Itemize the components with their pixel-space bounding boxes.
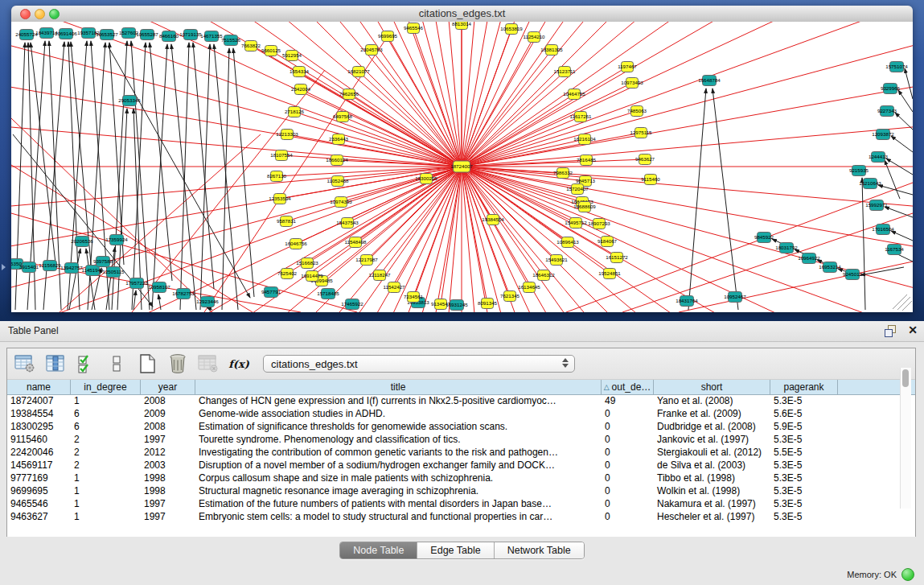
table-cell[interactable]: 1: [71, 511, 141, 524]
table-settings-icon[interactable]: [14, 353, 36, 374]
table-cell[interactable]: 0: [602, 511, 654, 524]
table-cell[interactable]: Nakamura et al. (1997): [654, 498, 770, 511]
column-header-out_de[interactable]: △out_de…: [602, 380, 654, 394]
graph-node[interactable]: 19524851: [598, 269, 621, 279]
graph-node[interactable]: 15166823: [296, 258, 318, 269]
graph-node[interactable]: 20206536: [71, 237, 93, 247]
graph-node[interactable]: 9245012: [843, 270, 863, 280]
table-cell[interactable]: Wolkin et al. (1998): [654, 485, 770, 498]
graph-node[interactable]: 10653527: [96, 30, 118, 40]
graph-node[interactable]: 12505115: [102, 267, 125, 278]
select-columns-icon[interactable]: [44, 353, 67, 374]
table-cell[interactable]: 1: [71, 498, 141, 511]
graph-node[interactable]: 16134645: [518, 282, 540, 293]
table-cell[interactable]: Changes of HCN gene expression and I(f) …: [195, 395, 602, 408]
table-cell[interactable]: 0: [602, 434, 654, 447]
graph-node[interactable]: 15493621: [545, 255, 568, 266]
table-cell[interactable]: 14569117: [7, 459, 71, 472]
table-cell[interactable]: 0: [602, 447, 654, 459]
table-cell[interactable]: Stergiakouli et al. (2012): [654, 447, 770, 459]
graph-node[interactable]: 18646312: [532, 270, 555, 281]
graph-node[interactable]: 1654334: [290, 67, 310, 77]
graph-node[interactable]: 9397588: [93, 257, 113, 267]
table-cell[interactable]: 1998: [141, 485, 195, 498]
graph-node[interactable]: 11052468: [326, 176, 349, 187]
graph-node[interactable]: 12217987: [355, 255, 378, 266]
table-cell[interactable]: 18724007: [7, 395, 71, 408]
table-cell[interactable]: 22420046: [7, 447, 71, 459]
graph-node[interactable]: 12353594: [269, 194, 291, 204]
graph-node[interactable]: 9115460: [641, 175, 660, 185]
resize-grip-icon[interactable]: [902, 301, 912, 311]
graph-node[interactable]: 1167534: [885, 245, 904, 255]
network-canvas[interactable]: 2405572418439714206914061935718210653527…: [11, 22, 913, 312]
graph-node[interactable]: 10958107: [148, 282, 170, 293]
table-cell[interactable]: 5.3E-5: [770, 459, 838, 472]
graph-node[interactable]: 29053346: [118, 96, 141, 106]
table-cell[interactable]: 0: [602, 485, 654, 498]
graph-node[interactable]: 7515526: [221, 35, 241, 46]
graph-node[interactable]: 8466160: [159, 31, 179, 42]
column-header-short[interactable]: short: [654, 380, 770, 394]
table-cell[interactable]: 5.3E-5: [770, 472, 838, 485]
graph-node[interactable]: 2718126: [285, 107, 305, 117]
graph-node[interactable]: 9215935: [849, 166, 869, 176]
table-cell[interactable]: 6: [71, 421, 141, 434]
graph-node[interactable]: 1244413: [869, 152, 889, 163]
tab-node-table[interactable]: Node Table: [340, 542, 417, 558]
table-cell[interactable]: 2: [71, 434, 141, 447]
graph-node[interactable]: 10952467: [724, 292, 746, 303]
table-cell[interactable]: 49: [602, 395, 654, 408]
graph-node[interactable]: 20691406: [55, 29, 77, 39]
graph-node[interactable]: 9587831: [277, 216, 297, 227]
table-cell[interactable]: 2012: [141, 447, 195, 459]
table-cell[interactable]: 19384554: [7, 408, 71, 421]
table-cell[interactable]: Estimation of significance thresholds fo…: [195, 421, 602, 434]
table-cell[interactable]: 0: [602, 498, 654, 511]
graph-node[interactable]: 18431764: [676, 296, 698, 307]
float-panel-icon[interactable]: [885, 325, 897, 336]
graph-node[interactable]: 12156829: [39, 261, 61, 271]
graph-node[interactable]: 18660124: [326, 155, 348, 166]
table-cell[interactable]: Hescheler et al. (1997): [654, 511, 770, 524]
column-header-title[interactable]: title: [195, 380, 602, 394]
graph-node[interactable]: 8267130: [267, 171, 287, 182]
graph-node[interactable]: 9465546: [404, 23, 424, 34]
graph-node[interactable]: 15720407: [566, 184, 589, 195]
graph-node[interactable]: 17465922: [341, 299, 363, 310]
function-builder-icon[interactable]: f(x): [228, 353, 250, 374]
left-splitter-arrow-icon[interactable]: [2, 264, 6, 270]
table-cell[interactable]: 2008: [141, 395, 195, 408]
table-cell[interactable]: 0: [602, 421, 654, 434]
graph-node[interactable]: 10719135: [179, 30, 202, 40]
tab-network-table[interactable]: Network Table: [495, 542, 584, 558]
graph-node[interactable]: 15751074: [885, 62, 908, 72]
graph-node[interactable]: 16216104: [573, 134, 596, 145]
graph-node[interactable]: 7625402: [277, 269, 298, 279]
graph-node[interactable]: 15992971: [865, 200, 888, 211]
network-window[interactable]: citations_edges.txt 24055724184397142069…: [11, 6, 913, 312]
graph-node[interactable]: 14671355: [200, 31, 223, 42]
column-header-year[interactable]: year: [141, 380, 195, 394]
column-header-in_degree[interactable]: in_degree: [71, 380, 141, 394]
graph-node[interactable]: 12118247: [368, 270, 391, 281]
table-cell[interactable]: Dudbridge et al. (2008): [654, 421, 770, 434]
graph-node[interactable]: 18724007: [450, 161, 473, 172]
table-cell[interactable]: 9699695: [7, 485, 71, 498]
table-cell[interactable]: 9777169: [7, 472, 71, 485]
table-cell[interactable]: 5.3E-5: [770, 511, 838, 524]
graph-node[interactable]: 10974393: [330, 197, 352, 208]
table-cell[interactable]: Structural magnetic resonance image aver…: [195, 485, 602, 498]
table-cell[interactable]: Corpus callosum shape and size in male p…: [195, 472, 602, 485]
table-cell[interactable]: Investigating the contribution of common…: [195, 447, 602, 459]
table-cell[interactable]: de Silva et al. (2003): [654, 459, 770, 472]
graph-node[interactable]: 17016504: [872, 225, 894, 235]
table-cell[interactable]: Genome-wide association studies in ADHD.: [195, 408, 602, 421]
table-cell[interactable]: 2009: [141, 408, 195, 421]
table-cell[interactable]: Disruption of a novel member of a sodium…: [195, 459, 602, 472]
tab-edge-table[interactable]: Edge Table: [417, 542, 494, 558]
graph-node[interactable]: 9845922: [754, 233, 774, 243]
graph-node[interactable]: 3915401: [19, 262, 39, 273]
table-cell[interactable]: 5.5E-5: [770, 447, 838, 459]
graph-node[interactable]: 18381305: [540, 45, 563, 56]
